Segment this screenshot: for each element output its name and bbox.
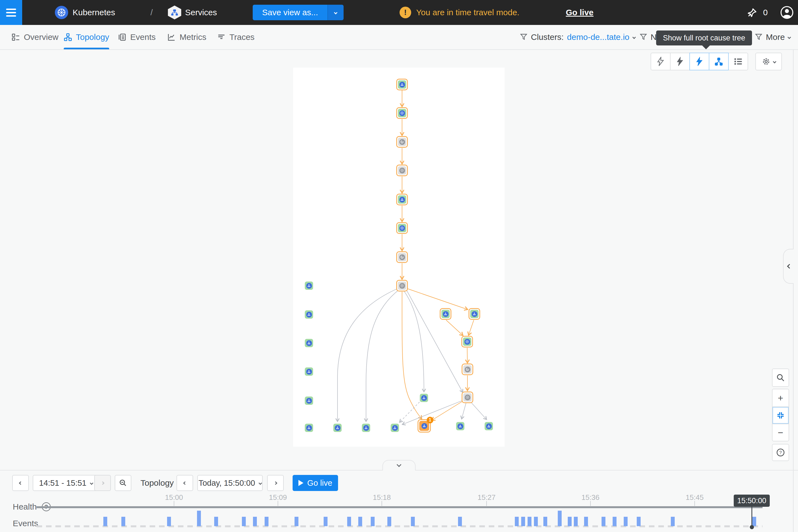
events-histogram-bar[interactable] xyxy=(752,517,756,526)
events-histogram-bar[interactable] xyxy=(543,517,547,526)
events-histogram-bar[interactable] xyxy=(121,517,125,526)
events-histogram-bar[interactable] xyxy=(265,517,268,526)
breadcrumb-kubernetes[interactable]: Kubernetes xyxy=(73,0,115,25)
time-range-next-button[interactable] xyxy=(94,475,111,491)
timeline-zoom-out-button[interactable] xyxy=(115,475,131,491)
events-histogram-bar[interactable] xyxy=(387,517,391,526)
topology-node-service[interactable] xyxy=(396,79,408,90)
events-histogram-bar[interactable] xyxy=(613,517,616,526)
events-histogram-bar[interactable] xyxy=(371,517,375,526)
health-timeline-bar[interactable] xyxy=(37,506,762,508)
topology-node-replicaset[interactable] xyxy=(462,392,473,403)
topology-node-pod[interactable] xyxy=(396,222,408,234)
expand-right-panel-tab[interactable] xyxy=(783,249,794,284)
topology-node-pod[interactable] xyxy=(461,336,473,347)
save-view-as-label[interactable]: Save view as... xyxy=(253,5,327,20)
list-view-button[interactable] xyxy=(728,53,748,70)
events-histogram-bar[interactable] xyxy=(294,517,299,526)
help-button[interactable]: ? xyxy=(773,444,788,460)
current-time-dropdown[interactable]: Today, 15:50:00 xyxy=(197,475,263,491)
settings-button[interactable] xyxy=(755,53,782,70)
tab-overview[interactable]: Overview xyxy=(12,25,58,49)
events-histogram-bar[interactable] xyxy=(253,517,257,526)
topology-node-service[interactable] xyxy=(305,367,313,376)
tab-events[interactable]: Events xyxy=(118,25,156,49)
zoom-out-button[interactable]: − xyxy=(773,424,788,441)
zoom-in-button[interactable]: + xyxy=(773,389,788,406)
events-histogram-bar[interactable] xyxy=(197,511,201,526)
save-view-as-button[interactable]: Save view as... xyxy=(253,5,344,20)
tab-traces[interactable]: Traces xyxy=(217,25,255,49)
topology-node-service[interactable] xyxy=(305,397,313,405)
events-histogram-bar[interactable] xyxy=(214,517,218,526)
pin-icon[interactable] xyxy=(746,7,758,18)
events-histogram-bar[interactable] xyxy=(358,517,362,526)
topology-node-service[interactable] xyxy=(333,424,342,432)
search-button[interactable] xyxy=(773,369,788,386)
topology-node-service[interactable]: 1 xyxy=(418,419,431,433)
save-view-as-caret[interactable] xyxy=(327,5,344,20)
current-time-marker-badge[interactable]: 15:50:00 xyxy=(734,495,770,507)
root-cause-full-button[interactable] xyxy=(689,53,709,70)
filter-clusters-value[interactable]: demo-de...tate.io xyxy=(567,33,629,42)
tab-topology[interactable]: Topology xyxy=(64,25,109,49)
tab-metrics[interactable]: Metrics xyxy=(167,25,206,49)
topology-node-service[interactable] xyxy=(362,424,370,432)
topology-node-replicaset[interactable] xyxy=(396,165,408,176)
breadcrumb-services[interactable]: Services xyxy=(185,0,217,25)
events-histogram-bar[interactable] xyxy=(411,517,415,526)
root-cause-off-button[interactable] xyxy=(651,53,670,70)
events-histogram-bar[interactable] xyxy=(574,517,578,526)
topology-node-deployment[interactable] xyxy=(462,363,473,375)
user-avatar[interactable] xyxy=(780,6,794,19)
events-histogram-bar[interactable] xyxy=(242,517,246,526)
events-histogram-bar[interactable] xyxy=(637,517,641,526)
topology-node-service[interactable] xyxy=(440,308,451,320)
topology-node-service[interactable] xyxy=(305,282,313,290)
time-step-back-button[interactable] xyxy=(176,475,193,491)
zoom-fit-button[interactable] xyxy=(773,406,788,424)
collapse-timeline-tab[interactable] xyxy=(382,460,416,471)
events-histogram-bar[interactable] xyxy=(528,517,531,526)
events-histogram-bar[interactable] xyxy=(167,517,171,526)
events-histogram-bar[interactable] xyxy=(458,517,462,526)
events-histogram-bar[interactable] xyxy=(521,517,525,526)
topology-canvas[interactable]: 1 xyxy=(293,68,505,446)
topology-tree-view-button[interactable] xyxy=(709,53,729,70)
topology-node-deployment[interactable] xyxy=(396,251,408,263)
topology-node-pod[interactable] xyxy=(396,107,408,119)
time-range-prev-button[interactable] xyxy=(12,475,29,491)
filter-clusters[interactable]: Clusters: demo-de...tate.io xyxy=(520,25,635,49)
events-histogram-bar[interactable] xyxy=(584,517,588,526)
go-live-button[interactable]: Go live xyxy=(292,475,338,491)
filter-more[interactable]: More xyxy=(755,25,791,49)
hamburger-menu-button[interactable] xyxy=(0,0,22,25)
topology-node-service[interactable] xyxy=(484,422,493,430)
time-step-forward-button[interactable] xyxy=(267,475,284,491)
events-histogram-bar[interactable] xyxy=(347,517,351,526)
events-histogram-bar[interactable] xyxy=(624,517,628,526)
current-time-marker-dot[interactable] xyxy=(750,525,754,529)
time-range-dropdown[interactable]: 14:51 - 15:51 xyxy=(33,475,99,491)
topology-node-replicaset[interactable] xyxy=(396,280,408,291)
gear-icon xyxy=(762,57,771,66)
topology-node-service[interactable] xyxy=(305,339,313,347)
events-histogram-bar[interactable] xyxy=(602,517,605,526)
events-histogram-bar[interactable] xyxy=(103,517,107,526)
topology-node-service[interactable] xyxy=(391,424,399,432)
topology-node-service[interactable] xyxy=(305,310,313,319)
events-histogram-bar[interactable] xyxy=(558,511,562,526)
topology-node-deployment[interactable] xyxy=(396,136,408,148)
topology-node-service[interactable] xyxy=(469,308,480,320)
topology-node-service[interactable] xyxy=(396,194,408,205)
events-histogram-bar[interactable] xyxy=(534,517,538,526)
topology-node-service[interactable] xyxy=(305,424,313,432)
topology-node-service[interactable] xyxy=(456,422,464,430)
go-live-link[interactable]: Go live xyxy=(566,0,593,25)
events-histogram-bar[interactable] xyxy=(515,517,519,526)
events-histogram-bar[interactable] xyxy=(671,517,675,526)
topology-node-service[interactable] xyxy=(420,394,428,402)
events-histogram-bar[interactable] xyxy=(324,517,327,526)
events-histogram-bar[interactable] xyxy=(568,517,572,526)
root-cause-partial-button[interactable] xyxy=(670,53,690,70)
